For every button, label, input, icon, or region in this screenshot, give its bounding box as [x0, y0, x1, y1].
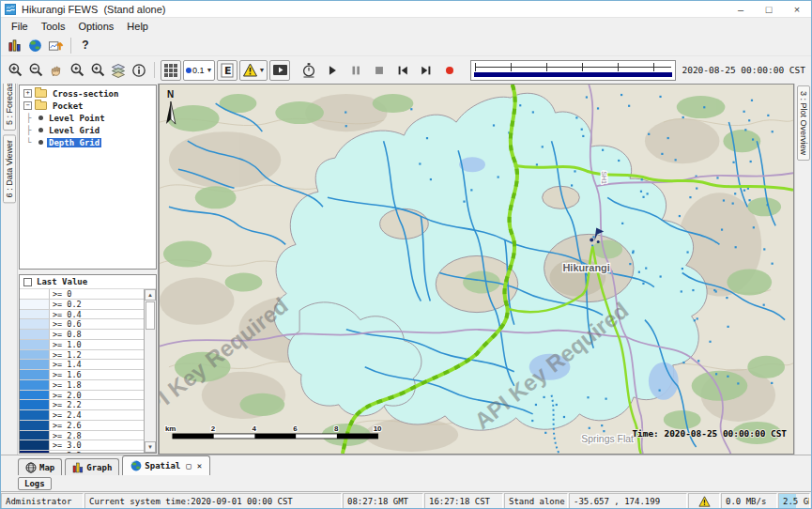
legend-row[interactable]: >= 1.6: [20, 370, 144, 380]
legend-label: >= 0.4: [50, 310, 82, 319]
tree-item-level-point[interactable]: ├ Level Point: [20, 112, 156, 124]
tab-map[interactable]: Map: [18, 458, 62, 475]
menu-file[interactable]: File: [5, 20, 35, 33]
tree-item-depth-grid[interactable]: └ Depth Grid: [20, 136, 156, 148]
pause-icon[interactable]: [345, 60, 366, 81]
legend-row[interactable]: >= 1.2: [20, 350, 144, 361]
logs-button[interactable]: Logs: [18, 477, 52, 490]
point-size-combo[interactable]: 0.1▼: [183, 60, 215, 81]
timer-icon[interactable]: [299, 60, 319, 81]
expand-icon[interactable]: +: [23, 89, 32, 98]
legend-label: >= 2.6: [50, 421, 82, 430]
scroll-thumb[interactable]: [146, 301, 155, 330]
legend-row[interactable]: >= 3.2: [20, 451, 144, 453]
grid-icon[interactable]: [161, 60, 181, 81]
legend-row[interactable]: >= 2.4: [20, 410, 144, 421]
layers-icon[interactable]: [108, 60, 129, 81]
collapse-icon[interactable]: −: [23, 101, 32, 110]
time-slider-range-bar[interactable]: [474, 72, 672, 77]
legend-label: >= 0.6: [50, 319, 82, 329]
tree-item-label[interactable]: Level Point: [47, 114, 107, 123]
status-user: Administrator: [1, 493, 84, 509]
legend-label: >= 3.2: [50, 451, 82, 453]
tree-item-level-grid[interactable]: ├ Level Grid: [20, 124, 156, 136]
legend-row[interactable]: >= 2.8: [20, 431, 144, 441]
zoom-out-icon[interactable]: [25, 60, 46, 81]
current-time-label: 2020-08-25 00:00:00 CST: [682, 65, 805, 75]
legend-row[interactable]: >= 2.2: [20, 400, 144, 410]
legend-row[interactable]: >= 0.6: [20, 319, 144, 330]
record-icon[interactable]: [439, 60, 460, 81]
step-forward-icon[interactable]: [416, 60, 437, 81]
status-mode: Stand alone: [504, 493, 568, 509]
legend-label: >= 1.0: [50, 340, 82, 349]
database-icon[interactable]: [4, 35, 24, 55]
legend-row[interactable]: >= 1.0: [20, 340, 144, 350]
maximize-icon[interactable]: □: [755, 1, 783, 17]
legend-row[interactable]: >= 1.4: [20, 360, 144, 370]
play-icon[interactable]: [322, 60, 343, 81]
tree-item-label-selected[interactable]: Depth Grid: [47, 138, 101, 147]
legend-row[interactable]: >= 2.6: [20, 421, 144, 431]
legend-row[interactable]: >= 0.8: [20, 330, 144, 340]
tab-forecasts[interactable]: 5 : Forecasts: [3, 84, 16, 131]
chevron-down-icon: ▼: [207, 67, 213, 73]
legend-row[interactable]: >= 2.0: [20, 391, 144, 401]
menu-tools[interactable]: Tools: [35, 20, 72, 33]
legend-row[interactable]: >= 0: [20, 289, 144, 300]
zoom-previous-icon[interactable]: [67, 60, 87, 81]
tab-graph[interactable]: Graph: [65, 458, 119, 475]
svg-text:2: 2: [211, 424, 216, 433]
legend-row[interactable]: >= 0.4: [20, 310, 144, 320]
info-icon[interactable]: [129, 60, 149, 81]
right-tab-strip: 3 : Plot Overview: [794, 84, 811, 455]
legend-row[interactable]: >= 0.2: [20, 300, 144, 310]
legend-swatch: [20, 431, 50, 440]
legend-row[interactable]: >= 1.8: [20, 380, 144, 391]
help-button[interactable]: ?: [76, 35, 95, 55]
profile-icon[interactable]: E: [217, 60, 237, 81]
tree-item-label[interactable]: Level Grid: [47, 126, 101, 135]
spatial-display-icon[interactable]: [45, 35, 66, 55]
last-value-checkbox[interactable]: [23, 278, 32, 286]
tree-item-cross-section[interactable]: + Cross-section: [20, 87, 156, 100]
menu-options[interactable]: Options: [71, 20, 120, 33]
tab-spatial-label: Spatial: [145, 461, 180, 470]
tab-plot-overview[interactable]: 3 : Plot Overview: [797, 85, 810, 161]
warning-combo[interactable]: ▼: [239, 60, 268, 81]
minimize-icon[interactable]: –: [727, 1, 755, 17]
tree-item-label[interactable]: Pocket: [51, 101, 85, 111]
step-back-icon[interactable]: [392, 60, 413, 81]
legend-label: >= 2.0: [50, 391, 82, 400]
stop-icon[interactable]: [369, 60, 390, 81]
tree-item-label[interactable]: Cross-section: [51, 89, 120, 99]
last-value-label: Last Value: [37, 277, 87, 286]
tree-item-pocket[interactable]: − Pocket: [20, 100, 156, 112]
point-size-value: 0.1: [192, 66, 205, 75]
tab-data-viewer[interactable]: 6 : Data Viewer: [3, 134, 16, 203]
legend-swatch: [20, 451, 50, 453]
legend-swatch: [20, 440, 50, 450]
scroll-down-icon[interactable]: ▼: [145, 441, 156, 453]
svg-text:10: 10: [374, 424, 382, 433]
legend-scrollbar[interactable]: ▲ ▼: [144, 289, 156, 453]
map-view[interactable]: API Key Required API Key Required Hikura…: [159, 84, 794, 455]
tree-connector: ├: [26, 126, 38, 135]
legend-row[interactable]: >= 3.0: [20, 440, 144, 451]
tab-maximize-icon[interactable]: ▢: [186, 461, 191, 470]
menu-help[interactable]: Help: [120, 20, 155, 33]
zoom-next-icon[interactable]: [87, 60, 108, 81]
tab-close-icon[interactable]: ✕: [197, 461, 202, 470]
close-icon[interactable]: ×: [783, 1, 811, 17]
pan-icon[interactable]: [46, 60, 67, 81]
movie-icon[interactable]: [269, 60, 290, 81]
zoom-in-icon[interactable]: [5, 60, 25, 81]
time-slider[interactable]: [470, 60, 676, 81]
bottom-tab-bar: Map Graph Spatial ▢ ✕: [1, 455, 811, 475]
status-warning-icon[interactable]: [688, 493, 720, 509]
legend-label: >= 2.8: [50, 431, 82, 440]
map-icon[interactable]: [24, 35, 45, 55]
scroll-up-icon[interactable]: ▲: [145, 289, 156, 301]
place-label-hikurangi: Hikurangi: [562, 262, 609, 273]
tab-spatial[interactable]: Spatial ▢ ✕: [122, 455, 210, 475]
